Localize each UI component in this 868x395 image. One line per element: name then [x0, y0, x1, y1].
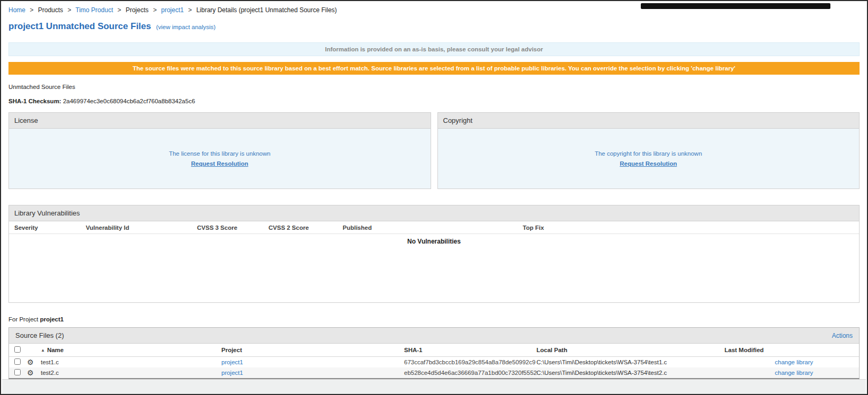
change-library-link[interactable]: change library	[775, 359, 859, 365]
file-sha1: 673ccaf7bd3cbccb169a29c854a8a78de50992c9	[404, 359, 536, 365]
row-checkbox[interactable]	[14, 369, 21, 375]
project-link[interactable]: project1	[221, 359, 404, 365]
copyright-panel: Copyright The copyright for this library…	[437, 112, 860, 189]
col-severity: Severity	[14, 225, 86, 231]
license-copyright-row: License The license for this library is …	[8, 112, 860, 189]
col-name[interactable]: ▲Name	[41, 347, 221, 353]
change-library-link[interactable]: change library	[775, 370, 859, 376]
file-name: test1.c	[41, 359, 221, 365]
col-last-modified: Last Modified	[724, 347, 775, 353]
copyright-panel-body: The copyright for this library is unknow…	[438, 129, 860, 188]
page-footer-area	[2, 379, 866, 394]
sha1-checksum-line: SHA-1 Checksum: 2a469974ec3e0c68094cb6a2…	[8, 98, 860, 104]
select-all-checkbox[interactable]	[14, 346, 21, 353]
vulnerabilities-panel: Library Vulnerabilities Severity Vulnera…	[8, 205, 860, 303]
vulnerabilities-panel-title: Library Vulnerabilities	[9, 205, 859, 221]
col-published: Published	[343, 225, 523, 231]
breadcrumb-project[interactable]: project1	[161, 6, 184, 14]
breadcrumb-separator: >	[67, 6, 71, 14]
col-local-path: Local Path	[536, 347, 724, 353]
breadcrumb-products: Products	[38, 6, 63, 14]
file-local-path: C:\Users\Timi\Desktop\tickets\WSA-3754\t…	[536, 370, 724, 376]
breadcrumb-separator: >	[153, 6, 157, 14]
view-impact-analysis-link[interactable]: (view impact analysis)	[156, 24, 216, 30]
source-files-title: Source Files (2)	[15, 331, 64, 339]
sha1-label: SHA-1 Checksum:	[8, 98, 61, 104]
breadcrumb-separator: >	[118, 6, 121, 14]
col-vulnerability-id: Vulnerability Id	[86, 225, 197, 231]
file-local-path: C:\Users\Timi\Desktop\tickets\WSA-3754\t…	[536, 359, 724, 365]
settings-gear-icon[interactable]: ⚙	[27, 369, 41, 376]
source-files-table-header: ▲Name Project SHA-1 Local Path Last Modi…	[9, 344, 859, 357]
license-panel: License The license for this library is …	[8, 112, 431, 189]
for-project-name: project1	[40, 316, 64, 322]
license-panel-title: License	[9, 113, 431, 129]
no-vulnerabilities-message: No Vulnerabilities	[9, 234, 859, 248]
file-name: test2.c	[41, 370, 221, 376]
breadcrumb-separator: >	[30, 6, 33, 14]
breadcrumb-separator: >	[188, 6, 192, 14]
file-sha1: eb528ce4d5d4e6ac36669a77a1bd00c7320f5552	[404, 370, 536, 376]
redacted-bar	[641, 3, 830, 9]
for-project-line: For Project project1	[8, 316, 860, 322]
license-panel-body: The license for this library is unknown …	[9, 129, 431, 188]
library-name: Unmtached Source Files	[8, 84, 860, 90]
page-title: project1 Unmatched Source Files	[8, 21, 151, 31]
best-effort-match-banner: The source files were matched to this so…	[8, 62, 860, 75]
breadcrumb-library-details: Library Details (project1 Unmatched Sour…	[196, 6, 337, 14]
source-files-header: Source Files (2) Actions	[9, 328, 859, 344]
for-project-prefix: For Project	[8, 316, 38, 322]
license-request-resolution-link[interactable]: Request Resolution	[191, 160, 248, 167]
col-cvss2-score: CVSS 2 Score	[269, 225, 343, 231]
settings-gear-icon[interactable]: ⚙	[27, 358, 41, 366]
copyright-request-resolution-link[interactable]: Request Resolution	[620, 160, 677, 167]
vulnerabilities-empty-area	[9, 248, 859, 302]
table-row: ⚙ test2.c project1 eb528ce4d5d4e6ac36669…	[9, 367, 859, 378]
project-link[interactable]: project1	[221, 370, 404, 376]
vulnerabilities-table-header: Severity Vulnerability Id CVSS 3 Score C…	[9, 221, 859, 234]
copyright-panel-title: Copyright	[438, 113, 860, 129]
page-content: Home > Products > Timo Product > Project…	[1, 1, 867, 379]
sha1-value: 2a469974ec3e0c68094cb6a2cf760a8b8342a5c6	[63, 98, 195, 104]
breadcrumb-product[interactable]: Timo Product	[76, 6, 113, 14]
breadcrumb-projects: Projects	[126, 6, 148, 14]
actions-menu-link[interactable]: Actions	[832, 332, 853, 339]
table-row: ⚙ test1.c project1 673ccaf7bd3cbccb169a2…	[9, 357, 859, 367]
source-files-panel: Source Files (2) Actions ▲Name Project S…	[8, 327, 860, 379]
breadcrumb-home[interactable]: Home	[8, 6, 25, 14]
sort-ascending-icon: ▲	[41, 348, 45, 353]
title-row: project1 Unmatched Source Files (view im…	[8, 21, 860, 32]
app-window: Home > Products > Timo Product > Project…	[0, 0, 868, 395]
col-cvss3-score: CVSS 3 Score	[197, 225, 269, 231]
copyright-unknown-message: The copyright for this library is unknow…	[595, 150, 702, 157]
col-top-fix: Top Fix	[523, 225, 854, 231]
license-unknown-message: The license for this library is unknown	[169, 150, 271, 157]
row-checkbox[interactable]	[14, 358, 21, 365]
col-project: Project	[221, 347, 404, 353]
legal-info-banner: Information is provided on an as-is basi…	[8, 42, 860, 56]
col-sha1: SHA-1	[404, 347, 536, 353]
